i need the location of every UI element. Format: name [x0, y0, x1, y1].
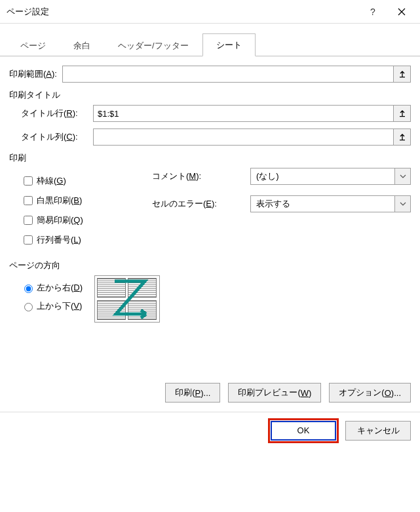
print-area-input[interactable]	[62, 66, 394, 83]
print-button[interactable]: 印刷(P)...	[165, 383, 220, 403]
tab-header-footer[interactable]: ヘッダー/フッター	[104, 34, 202, 56]
svg-rect-0	[400, 77, 405, 77]
page-order-illustration	[94, 275, 160, 323]
down-then-over-radio[interactable]: 上から下(V)	[21, 300, 83, 312]
draft-checkbox[interactable]: 簡易印刷(Q)	[21, 214, 152, 227]
page-order-heading: ページの方向	[9, 260, 411, 271]
svg-rect-1	[400, 116, 405, 117]
collapse-dialog-icon	[398, 70, 406, 78]
tab-sheet[interactable]: シート	[202, 33, 256, 56]
print-preview-button[interactable]: 印刷プレビュー(W)	[228, 383, 321, 403]
close-icon	[398, 8, 406, 16]
collapse-dialog-icon	[398, 133, 406, 141]
options-button[interactable]: オプション(O)...	[329, 383, 411, 403]
dialog-title: ページ設定	[7, 6, 358, 18]
print-area-label: 印刷範囲(A):	[9, 68, 57, 80]
gridlines-checkbox[interactable]: 枠線(G)	[21, 174, 152, 187]
chevron-down-icon	[394, 196, 410, 212]
collapse-dialog-icon	[398, 109, 406, 117]
title-cols-ref-button[interactable]	[394, 128, 411, 146]
help-button[interactable]: ?	[358, 2, 387, 22]
title-rows-ref-button[interactable]	[394, 105, 411, 122]
bw-checkbox[interactable]: 白黒印刷(B)	[21, 194, 152, 207]
over-then-down-radio[interactable]: 左から右(D)	[21, 282, 83, 294]
title-rows-label: タイトル行(R):	[21, 108, 88, 119]
title-cols-input[interactable]	[93, 128, 394, 146]
headings-checkbox[interactable]: 行列番号(L)	[21, 233, 152, 246]
cancel-button[interactable]: キャンセル	[345, 421, 411, 441]
cell-errors-label: セルのエラー(E):	[152, 198, 250, 210]
print-area-ref-button[interactable]	[394, 66, 411, 83]
svg-rect-2	[400, 140, 405, 140]
ok-button[interactable]: OK	[271, 421, 336, 441]
comments-label: コメント(M):	[152, 170, 250, 182]
tab-page[interactable]: ページ	[7, 34, 60, 56]
tab-margins[interactable]: 余白	[60, 34, 104, 56]
comments-combo[interactable]: (なし)	[250, 168, 411, 185]
close-button[interactable]	[387, 2, 416, 22]
title-cols-label: タイトル列(C):	[21, 131, 88, 143]
chevron-down-icon	[394, 168, 410, 184]
cell-errors-combo[interactable]: 表示する	[250, 195, 411, 212]
print-titles-heading: 印刷タイトル	[9, 89, 411, 101]
print-heading: 印刷	[9, 152, 411, 164]
title-rows-input[interactable]	[93, 105, 394, 122]
